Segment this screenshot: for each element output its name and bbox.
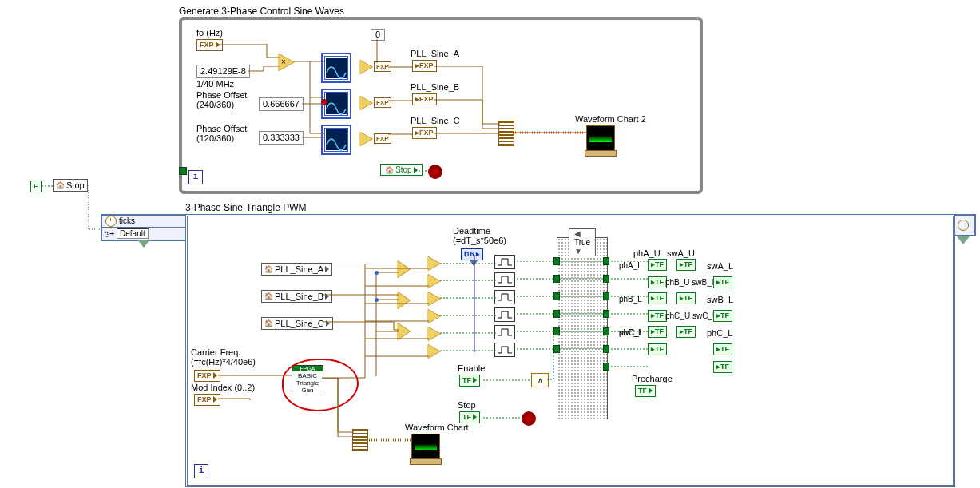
arrow-down-icon (469, 260, 478, 266)
ind-phB_L[interactable]: ▸TF (648, 310, 667, 322)
stop-label: Stop (458, 400, 476, 410)
sine-gen-b[interactable] (324, 92, 348, 116)
mod-control[interactable]: FXP (194, 394, 220, 406)
ind-phC_L[interactable]: ▸TF (713, 343, 732, 355)
fo-control-terminal[interactable]: FXP (196, 39, 223, 51)
fxp-tag-c: FXP (374, 133, 391, 144)
deadtime-control[interactable]: I16 ▸ (461, 248, 483, 260)
ind-swB_U[interactable]: ▸TF (676, 292, 696, 304)
ind-phA_L[interactable]: ▸TF (648, 276, 667, 288)
timed-loop: PLL_Sine_A PLL_Sine_B PLL_Sine_C Carrier… (185, 214, 955, 487)
ind-swC_L[interactable]: ▸TF (648, 343, 667, 355)
lbl-swB_U: phB_U swB_U (665, 278, 717, 287)
bundle-node-2 (352, 429, 368, 451)
pll-b-label: PLL_Sine_B (411, 82, 459, 92)
fo-label: fo (Hz) (196, 28, 223, 38)
pll-a-indicator[interactable]: ▸FXP (412, 60, 437, 72)
loop1-stop-local[interactable]: Stop (380, 164, 423, 176)
case-tunnel-out (604, 363, 609, 370)
cmp-a-u (427, 256, 440, 271)
case-tunnel-in (554, 311, 559, 317)
carrier-label: Carrier Freq. (=fc(Hz)*4/40e6) (191, 347, 256, 367)
cmp-c-u (427, 327, 440, 341)
ind-phA_U[interactable]: ▸TF (648, 259, 667, 271)
lbl-swA_U: swA_U (667, 248, 695, 258)
lbl-swA_L: swA_L (707, 261, 733, 271)
ind-swA_U[interactable]: ▸TF (676, 259, 696, 271)
case-tunnel-out (604, 293, 609, 300)
bundle-node-1 (498, 121, 514, 146)
mult-b (397, 292, 410, 309)
case-tunnel-out (604, 328, 609, 335)
conv-node-c (359, 132, 372, 146)
loop1-i-terminal: i (188, 170, 203, 184)
case-selector[interactable]: True (569, 228, 596, 256)
deadtime-label: Deadtime (=dT_s*50e6) (453, 226, 506, 245)
ind-phB_U[interactable]: ▸TF (648, 292, 667, 304)
case-tunnel-in (554, 276, 559, 282)
carrier-control[interactable]: FXP (194, 370, 220, 382)
phase240-constant[interactable]: 0.666667 (259, 97, 304, 111)
phase120-constant[interactable]: 0.333333 (259, 131, 304, 145)
ind-phC_U[interactable]: ▸TF (648, 326, 667, 338)
ind-precharge-out[interactable]: ▸TF (713, 361, 732, 373)
ind-swC_U[interactable]: ▸TF (676, 326, 696, 338)
ind-swA_L[interactable]: ▸TF (713, 276, 732, 288)
pll-a-label: PLL_Sine_A (411, 49, 459, 58)
dt-vi-3[interactable] (494, 290, 515, 304)
case-tunnel-out (604, 346, 609, 352)
case-tunnel-out (604, 258, 609, 264)
stop-local-var-write[interactable]: Stop (53, 179, 88, 192)
timed-loop-left-config[interactable]: ticks ◷➜Default (101, 214, 188, 241)
enable-control[interactable]: TF (459, 375, 480, 387)
ind-swB_L[interactable]: ▸TF (713, 310, 732, 322)
and-node: ∧ (531, 373, 549, 387)
fo-constant[interactable]: 2.49129E-8 (196, 65, 250, 78)
false-constant: F (30, 181, 42, 192)
loop1-title: Generate 3-Phase Control Sine Waves (179, 6, 344, 17)
dt-vi-1[interactable] (494, 255, 515, 269)
arrow-down-icon (137, 240, 150, 248)
chart1-label: Waveform Chart (405, 423, 469, 432)
arrow-down-icon-right (957, 236, 970, 244)
precharge-control[interactable]: TF (635, 385, 656, 397)
local-read-a[interactable]: PLL_Sine_A (261, 263, 332, 276)
junction-dot (375, 298, 379, 302)
local-read-c[interactable]: PLL_Sine_C (261, 317, 333, 330)
fxp-tag-b: FXP (374, 97, 391, 108)
dt-vi-5[interactable] (494, 325, 515, 339)
lbl-phA_L-left: phA_L (619, 261, 642, 270)
sine-gen-a[interactable] (324, 56, 348, 80)
lbl-phB_L-left: phB_L (619, 295, 642, 304)
dt-vi-4[interactable] (494, 307, 515, 322)
triangle-gen-subvi[interactable]: FPGA BASIC Triangle Gen (292, 365, 323, 395)
dt-vi-6[interactable] (494, 343, 515, 357)
sine-gen-c[interactable] (324, 128, 348, 152)
conv-node-b (359, 96, 372, 110)
fo-note: 1/40 MHz (196, 79, 234, 89)
cmp-c-l (427, 344, 440, 359)
case-structure[interactable]: True (557, 237, 608, 419)
lbl-swB_L: swB_L (707, 295, 733, 304)
pll-c-indicator[interactable]: ▸FXP (412, 127, 437, 139)
junction-dot (375, 271, 379, 275)
zero-constant[interactable]: 0 (371, 29, 385, 41)
while-loop-1: fo (Hz) FXP 2.49129E-8 1/40 MHz × Phase … (179, 17, 703, 194)
mult-c (397, 323, 410, 340)
case-tunnel-in (554, 328, 559, 335)
lbl-phA_U: phA_U (633, 248, 661, 258)
loop2-title: 3-Phase Sine-Triangle PWM (185, 202, 307, 213)
phase240-label: Phase Offset (240/360) (196, 90, 247, 109)
loop2-i-terminal: i (194, 464, 208, 478)
dt-vi-2[interactable] (494, 272, 515, 287)
precharge-label: Precharge (632, 374, 673, 383)
local-read-b[interactable]: PLL_Sine_B (261, 290, 332, 303)
waveform-chart-1[interactable] (411, 434, 440, 459)
waveform-chart-2[interactable] (586, 125, 615, 151)
pll-b-indicator[interactable]: ▸FXP (412, 93, 437, 105)
multiply-node: × (278, 54, 294, 71)
case-tunnel-in (554, 293, 559, 300)
stop-control[interactable]: TF (459, 411, 480, 423)
mult-a (397, 260, 410, 278)
case-tunnel-out (604, 276, 609, 282)
